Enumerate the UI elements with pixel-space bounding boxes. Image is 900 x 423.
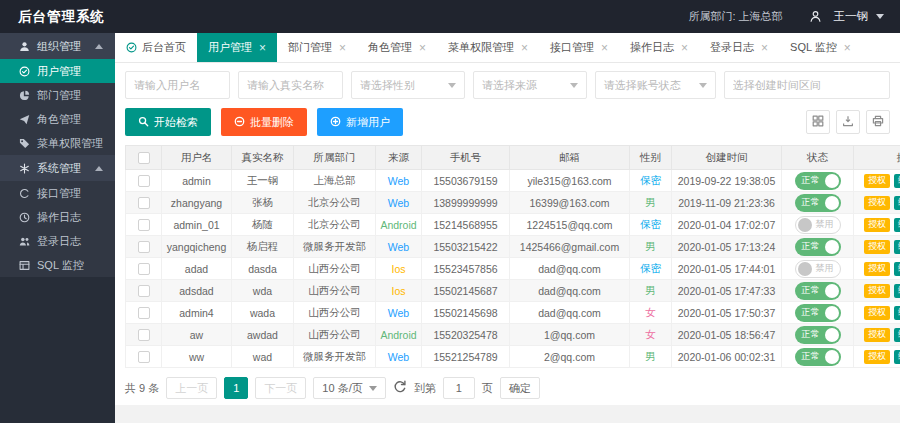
gender-cell: 女 [630,324,672,346]
table-row: wwwad微服务开发部Web155212547892@qq.com男2020-0… [126,346,900,368]
sidebar-item-department-management[interactable]: 部门管理 [0,83,115,107]
add-user-button[interactable]: 新增用户 [317,108,403,136]
username: 王一钢 [834,9,869,24]
authorize-button[interactable]: 授权 [864,284,890,298]
tabbar: 后台首页 用户管理×部门管理×角色管理×菜单权限管理×接口管理×操作日志×登录日… [115,33,900,63]
realname-filter-input[interactable] [238,71,343,99]
print-button[interactable] [866,110,890,134]
row-checkbox[interactable] [138,329,150,341]
tab-menu-permission-management[interactable]: 菜单权限管理× [437,33,539,62]
status-toggle[interactable]: 正常 [795,172,841,190]
source-cell: Web [376,192,422,214]
authorize-button[interactable]: 授权 [864,306,890,320]
select-all-checkbox[interactable] [138,152,150,164]
close-icon[interactable]: × [339,42,346,54]
gender-select[interactable]: 请选择性别 [351,71,465,99]
confirm-button[interactable]: 确定 [500,377,540,399]
sidebar-item-api-management[interactable]: 接口管理 [0,181,115,205]
filter-bar: 请选择性别 请选择来源 请选择账号状态 [125,71,890,99]
prev-page-button[interactable]: 上一页 [166,377,217,399]
close-icon[interactable]: × [419,42,426,54]
user-menu[interactable]: 王一钢 [809,9,885,24]
sidebar-group-organization[interactable]: 组织管理 [0,33,115,59]
tab-department-management[interactable]: 部门管理× [277,33,357,62]
status-toggle[interactable]: 禁用 [795,216,841,234]
status-toggle[interactable]: 正常 [795,238,841,256]
sidebar-item-login-log[interactable]: 登录日志 [0,229,115,253]
department-cell: 北京分公司 [294,192,376,214]
phone-cell: 15503215422 [422,236,510,258]
goto-page-input[interactable] [443,377,475,399]
authorize-button[interactable]: 授权 [864,350,890,364]
columns-filter-button[interactable] [806,110,830,134]
batch-delete-button[interactable]: 批量删除 [221,108,307,136]
sidebar-item-sql-monitor[interactable]: SQL 监控 [0,253,115,277]
column-header: 所属部门 [294,146,376,170]
tab-api-management[interactable]: 接口管理× [539,33,619,62]
status-cell: 禁用 [782,258,854,280]
authorize-button[interactable]: 授权 [864,240,890,254]
edit-button[interactable]: 编辑 [894,174,900,188]
close-icon[interactable]: × [761,42,768,54]
authorize-button[interactable]: 授权 [864,174,890,188]
row-checkbox[interactable] [138,219,150,231]
status-toggle[interactable]: 正常 [795,304,841,322]
total-count: 共 9 条 [125,381,159,396]
column-header: 状态 [782,146,854,170]
realname-cell: wda [232,280,294,302]
sidebar-item-operation-log[interactable]: 操作日志 [0,205,115,229]
close-icon[interactable]: × [681,42,688,54]
search-button[interactable]: 开始检索 [125,108,211,136]
sidebar-group-system[interactable]: 系统管理 [0,155,115,181]
source-cell: Ios [376,280,422,302]
gender-cell: 男 [630,192,672,214]
edit-button[interactable]: 编辑 [894,350,900,364]
row-checkbox[interactable] [138,307,150,319]
authorize-button[interactable]: 授权 [864,262,890,276]
tab-sql-monitor[interactable]: SQL 监控× [779,33,862,62]
account-status-select[interactable]: 请选择账号状态 [595,71,716,99]
page-size-select[interactable]: 10 条/页 [313,377,385,399]
close-icon[interactable]: × [259,42,266,54]
tab-login-log[interactable]: 登录日志× [699,33,779,62]
row-checkbox[interactable] [138,351,150,363]
status-toggle[interactable]: 正常 [795,326,841,344]
current-page-button[interactable]: 1 [224,377,248,399]
edit-button[interactable]: 编辑 [894,306,900,320]
edit-button[interactable]: 编辑 [894,284,900,298]
row-checkbox[interactable] [138,263,150,275]
status-toggle[interactable]: 正常 [795,282,841,300]
tab-user-management[interactable]: 用户管理× [197,33,277,62]
edit-button[interactable]: 编辑 [894,196,900,210]
edit-button[interactable]: 编辑 [894,218,900,232]
refresh-button[interactable] [393,380,407,396]
authorize-button[interactable]: 授权 [864,328,890,342]
tab-role-management[interactable]: 角色管理× [357,33,437,62]
sidebar-item-menu-permission-management[interactable]: 菜单权限管理 [0,131,115,155]
next-page-button[interactable]: 下一页 [255,377,306,399]
row-checkbox[interactable] [138,241,150,253]
row-checkbox[interactable] [138,175,150,187]
authorize-button[interactable]: 授权 [864,196,890,210]
edit-button[interactable]: 编辑 [894,328,900,342]
close-icon[interactable]: × [601,42,608,54]
tab-home[interactable]: 后台首页 [115,33,197,62]
username-filter-input[interactable] [125,71,230,99]
edit-button[interactable]: 编辑 [894,240,900,254]
edit-button[interactable]: 编辑 [894,262,900,276]
close-icon[interactable]: × [844,42,851,54]
status-toggle[interactable]: 正常 [795,348,841,366]
tab-operation-log[interactable]: 操作日志× [619,33,699,62]
created-range-input[interactable] [724,71,890,99]
status-toggle[interactable]: 禁用 [795,260,841,278]
sidebar-item-user-management[interactable]: 用户管理 [0,59,115,83]
row-checkbox[interactable] [138,197,150,209]
sidebar-item-role-management[interactable]: 角色管理 [0,107,115,131]
status-toggle[interactable]: 正常 [795,194,841,212]
source-select[interactable]: 请选择来源 [473,71,587,99]
export-button[interactable] [836,110,860,134]
close-icon[interactable]: × [521,42,528,54]
pie-icon [19,90,30,101]
row-checkbox[interactable] [138,285,150,297]
authorize-button[interactable]: 授权 [864,218,890,232]
